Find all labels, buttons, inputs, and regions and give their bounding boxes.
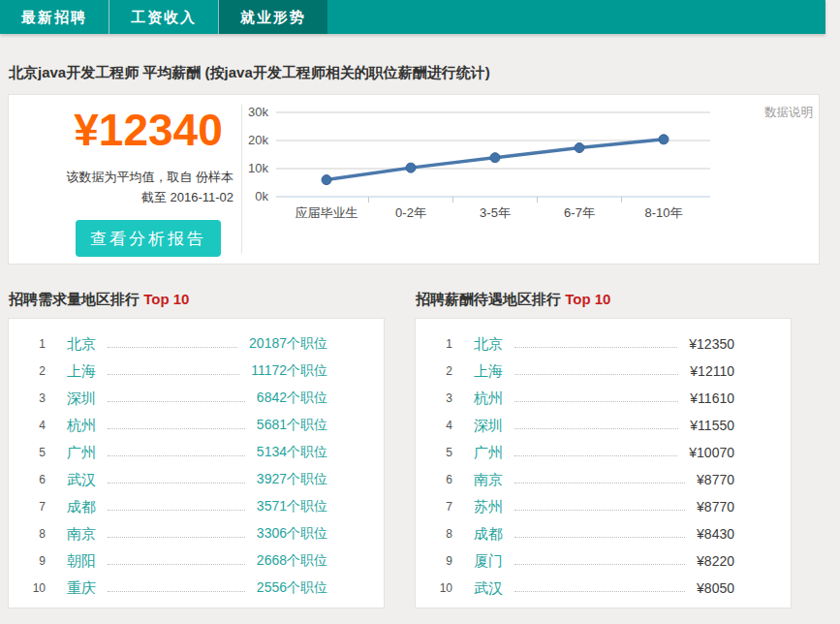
rank-value[interactable]: 3571个职位 xyxy=(257,498,327,515)
rank-row: 7成都3571个职位 xyxy=(28,493,327,520)
x-axis-label: 0-2年 xyxy=(395,205,426,220)
rank-row: 10武汉¥8050 xyxy=(435,575,734,602)
salary-ranking-list: 1北京¥123502上海¥121103杭州¥116104深圳¥115505广州¥… xyxy=(415,318,792,608)
rank-value[interactable]: 3306个职位 xyxy=(257,525,327,543)
rank-row: 3深圳6842个职位 xyxy=(28,385,327,412)
city-link[interactable]: 武汉 xyxy=(474,579,503,598)
dotted-leader xyxy=(514,427,678,429)
city-link[interactable]: 南京 xyxy=(474,471,503,489)
rank-row: 6武汉3927个职位 xyxy=(28,466,327,493)
rank-number: 6 xyxy=(28,473,46,486)
rank-value[interactable]: 2668个职位 xyxy=(257,552,327,570)
rank-number: 2 xyxy=(28,364,46,378)
salary-summary-card: ¥12340 该数据为平均值，取自 份样本 截至 2016-11-02 查看分析… xyxy=(8,94,820,265)
city-link[interactable]: 苏州 xyxy=(474,498,503,516)
rank-number: 2 xyxy=(435,364,452,378)
rank-value[interactable]: 3927个职位 xyxy=(257,471,327,488)
demand-ranking-title: 招聘需求量地区排行 Top 10 xyxy=(9,291,385,309)
city-link[interactable]: 北京 xyxy=(67,335,96,354)
city-link[interactable]: 重庆 xyxy=(67,579,96,598)
salary-note-line2: 截至 2016-11-02 xyxy=(63,187,233,207)
tab-latest-jobs[interactable]: 最新招聘 xyxy=(0,0,109,34)
city-link[interactable]: 杭州 xyxy=(474,390,503,408)
rank-number: 9 xyxy=(435,554,452,568)
rank-number: 10 xyxy=(435,581,452,595)
ranking-section: 招聘需求量地区排行 Top 10 1北京20187个职位2上海11172个职位3… xyxy=(8,291,832,608)
rank-row: 5广州5134个职位 xyxy=(28,439,327,466)
rank-row: 3杭州¥11610 xyxy=(435,385,734,412)
rank-value: ¥8050 xyxy=(697,580,734,596)
city-link[interactable]: 上海 xyxy=(474,362,503,381)
dotted-leader xyxy=(108,346,237,348)
salary-note-line1: 该数据为平均值，取自 份样本 xyxy=(63,167,233,187)
dotted-leader xyxy=(108,373,239,375)
city-link[interactable]: 成都 xyxy=(474,525,503,544)
city-link[interactable]: 成都 xyxy=(67,498,96,516)
rank-number: 7 xyxy=(28,500,46,514)
rank-value[interactable]: 5681个职位 xyxy=(257,417,327,434)
tab-employment-situation[interactable]: 就业形势 xyxy=(218,0,327,34)
rank-value: ¥11610 xyxy=(690,390,734,406)
rank-row: 8南京3306个职位 xyxy=(28,520,327,547)
city-link[interactable]: 深圳 xyxy=(474,417,503,435)
rank-row: 4深圳¥11550 xyxy=(435,412,734,439)
dotted-leader xyxy=(108,509,245,511)
dotted-leader xyxy=(108,482,245,484)
rank-row: 9朝阳2668个职位 xyxy=(28,547,327,575)
salary-summary-left: ¥12340 该数据为平均值，取自 份样本 截至 2016-11-02 查看分析… xyxy=(9,95,241,264)
page-title: 北京java开发工程师 平均薪酬 (按java开发工程师相关的职位薪酬进行统计) xyxy=(9,64,840,82)
rank-value: ¥8220 xyxy=(697,553,734,569)
rank-number: 7 xyxy=(435,500,452,514)
city-link[interactable]: 北京 xyxy=(474,335,503,354)
rank-number: 3 xyxy=(435,391,452,405)
rank-number: 4 xyxy=(28,419,46,432)
city-link[interactable]: 杭州 xyxy=(67,417,96,435)
dotted-leader xyxy=(108,563,245,565)
view-report-button[interactable]: 查看分析报告 xyxy=(76,220,221,257)
city-link[interactable]: 上海 xyxy=(67,362,96,381)
salary-experience-line-chart: 0k10k20k30k应届毕业生0-2年3-5年6-7年8-10年 xyxy=(241,99,784,231)
rank-row: 2上海¥12110 xyxy=(435,358,734,385)
dotted-leader xyxy=(108,427,245,429)
average-salary-value: ¥12340 xyxy=(63,107,233,153)
dotted-leader xyxy=(108,400,245,402)
tab-salary-income[interactable]: 工资收入 xyxy=(109,0,218,34)
rank-value[interactable]: 11172个职位 xyxy=(251,362,327,380)
demand-ranking-list: 1北京20187个职位2上海11172个职位3深圳6842个职位4杭州5681个… xyxy=(8,318,385,608)
rank-number: 10 xyxy=(28,581,46,595)
dotted-leader xyxy=(514,400,678,402)
rank-value[interactable]: 20187个职位 xyxy=(249,335,327,353)
city-link[interactable]: 朝阳 xyxy=(67,552,96,571)
rank-row: 1北京¥12350 xyxy=(435,330,734,358)
city-link[interactable]: 厦门 xyxy=(474,552,503,571)
dotted-leader xyxy=(514,509,685,511)
rank-value[interactable]: 5134个职位 xyxy=(257,444,327,461)
rank-value: ¥10070 xyxy=(689,445,734,460)
rank-value: ¥11550 xyxy=(690,418,734,433)
dotted-leader xyxy=(514,454,677,456)
rank-number: 5 xyxy=(435,446,452,459)
demand-ranking-column: 招聘需求量地区排行 Top 10 1北京20187个职位2上海11172个职位3… xyxy=(8,291,385,608)
x-axis-label: 应届毕业生 xyxy=(296,205,358,220)
rank-row: 9厦门¥8220 xyxy=(435,547,734,575)
data-point xyxy=(322,175,331,185)
page: 最新招聘 工资收入 就业形势 北京java开发工程师 平均薪酬 (按java开发… xyxy=(0,0,840,624)
rank-number: 4 xyxy=(435,419,452,432)
city-link[interactable]: 广州 xyxy=(67,444,96,462)
city-link[interactable]: 深圳 xyxy=(67,390,96,408)
data-point xyxy=(406,163,416,172)
city-link[interactable]: 武汉 xyxy=(67,471,96,489)
rank-value: ¥8770 xyxy=(697,472,734,487)
city-link[interactable]: 南京 xyxy=(67,525,96,544)
rank-number: 1 xyxy=(28,337,46,351)
rank-row: 8成都¥8430 xyxy=(435,520,734,547)
rank-value[interactable]: 6842个职位 xyxy=(257,390,327,407)
rank-row: 4杭州5681个职位 xyxy=(28,412,327,439)
rank-value: ¥8770 xyxy=(697,499,734,515)
city-link[interactable]: 广州 xyxy=(474,444,503,462)
dotted-leader xyxy=(514,373,678,375)
salary-ranking-column: 招聘薪酬待遇地区排行 Top 10 1北京¥123502上海¥121103杭州¥… xyxy=(415,291,792,608)
rank-value[interactable]: 2556个职位 xyxy=(257,579,327,597)
rank-number: 8 xyxy=(435,527,452,541)
rank-value: ¥12110 xyxy=(690,363,734,379)
